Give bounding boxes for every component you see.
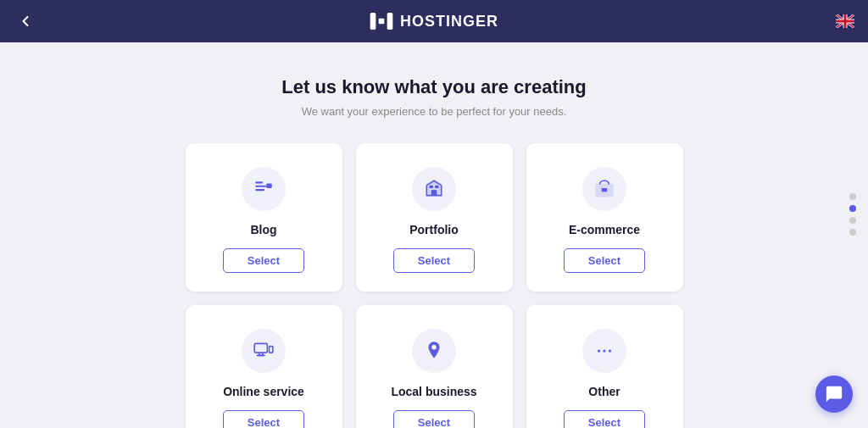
card-icon-wrapper-portfolio: [412, 167, 456, 211]
svg-rect-2: [387, 13, 393, 30]
card-local-business[interactable]: Local business Select: [356, 305, 513, 428]
local-business-icon: [423, 340, 445, 362]
select-button-blog[interactable]: Select: [223, 248, 304, 273]
svg-rect-5: [255, 186, 266, 187]
page-subtitle: We want your experience to be perfect fo…: [302, 105, 567, 118]
card-label-other: Other: [588, 385, 620, 398]
back-button[interactable]: [17, 13, 34, 30]
scroll-dot-1: [849, 193, 856, 200]
scroll-dot-2: [849, 205, 856, 212]
chat-bubble-icon: [825, 385, 843, 403]
card-label-local-business: Local business: [391, 385, 476, 398]
svg-point-18: [609, 349, 611, 352]
svg-rect-7: [266, 184, 272, 188]
svg-rect-13: [270, 347, 273, 353]
portfolio-icon: [423, 178, 445, 200]
scroll-dot-4: [849, 229, 856, 236]
card-icon-wrapper-local-business: [412, 329, 456, 373]
scroll-dot-3: [849, 217, 856, 224]
svg-rect-12: [254, 343, 267, 353]
other-icon: [593, 340, 615, 362]
svg-rect-0: [370, 13, 376, 30]
logo-text: HOSTINGER: [400, 13, 498, 31]
online-service-icon: [253, 340, 275, 362]
select-button-portfolio[interactable]: Select: [393, 248, 475, 273]
card-icon-wrapper-online-service: [242, 329, 286, 373]
card-label-ecommerce: E-commerce: [569, 223, 640, 236]
logo: HOSTINGER: [370, 13, 498, 31]
svg-point-17: [603, 349, 605, 352]
blog-icon: [253, 178, 275, 200]
card-icon-wrapper-other: [582, 329, 626, 373]
scroll-dots: [849, 193, 856, 236]
svg-rect-8: [430, 186, 433, 188]
page-title: Let us know what you are creating: [281, 76, 586, 98]
svg-point-16: [598, 349, 600, 352]
logo-icon: [370, 13, 393, 30]
card-icon-wrapper-ecommerce: [582, 167, 626, 211]
chat-bubble[interactable]: [815, 375, 853, 413]
language-selector[interactable]: [836, 14, 854, 28]
select-button-local-business[interactable]: Select: [393, 410, 475, 428]
card-icon-wrapper-blog: [242, 167, 286, 211]
card-portfolio[interactable]: Portfolio Select: [356, 143, 513, 292]
card-ecommerce[interactable]: E-commerce Select: [526, 143, 683, 292]
card-online-service[interactable]: Online service Select: [186, 305, 342, 428]
card-other[interactable]: Other Select: [526, 305, 683, 428]
cards-grid: Blog Select Portfolio Select: [186, 143, 683, 428]
select-button-other[interactable]: Select: [564, 410, 645, 428]
ecommerce-icon: [593, 178, 615, 200]
svg-rect-6: [255, 189, 264, 191]
svg-point-15: [431, 345, 436, 349]
svg-rect-11: [602, 188, 608, 192]
svg-rect-4: [255, 181, 263, 183]
card-label-online-service: Online service: [223, 385, 304, 398]
card-blog[interactable]: Blog Select: [186, 143, 342, 292]
select-button-ecommerce[interactable]: Select: [564, 248, 645, 273]
header: HOSTINGER: [0, 0, 868, 42]
select-button-online-service[interactable]: Select: [223, 410, 304, 428]
card-label-blog: Blog: [250, 223, 276, 236]
svg-rect-9: [435, 186, 438, 188]
svg-rect-1: [379, 19, 385, 25]
main-content: Let us know what you are creating We wan…: [0, 42, 868, 428]
card-label-portfolio: Portfolio: [409, 223, 459, 236]
